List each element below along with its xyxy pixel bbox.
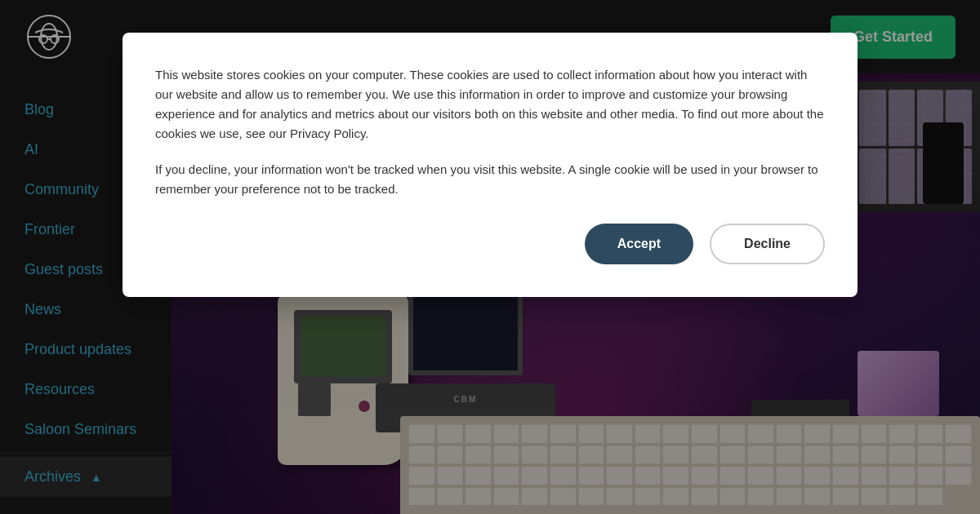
cookie-text-2: If you decline, your information won't b…: [155, 160, 825, 199]
decline-button[interactable]: Decline: [710, 224, 825, 264]
accept-button[interactable]: Accept: [585, 224, 693, 264]
cookie-dialog: This website stores cookies on your comp…: [122, 33, 858, 297]
cookie-overlay: This website stores cookies on your comp…: [0, 0, 980, 514]
cookie-buttons: Accept Decline: [155, 224, 825, 264]
cookie-text-1: This website stores cookies on your comp…: [155, 65, 825, 144]
